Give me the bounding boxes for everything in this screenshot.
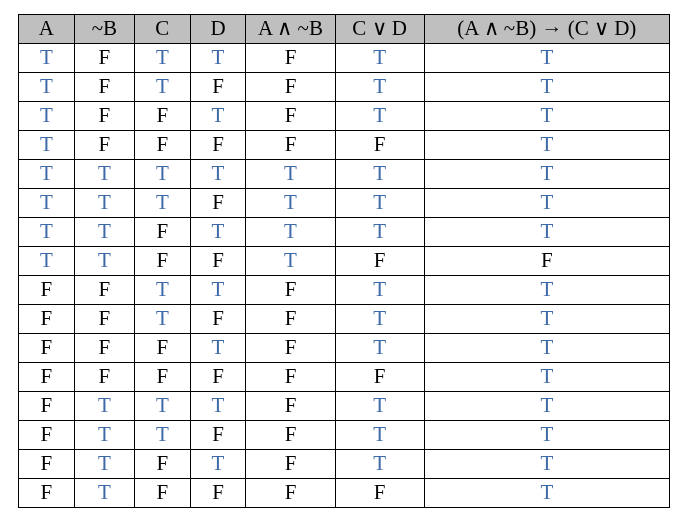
table-cell: F (246, 73, 335, 102)
table-row: FTTTFTT (19, 392, 670, 421)
table-cell: T (424, 392, 669, 421)
truth-table: A ~B C D A ∧ ~B C ∨ D (A ∧ ~B) → (C ∨ D)… (18, 14, 670, 508)
table-cell: T (424, 218, 669, 247)
table-cell: T (74, 218, 134, 247)
table-cell: T (335, 189, 424, 218)
table-cell: F (134, 102, 190, 131)
table-cell: F (246, 334, 335, 363)
table-row: TTFTTTT (19, 218, 670, 247)
table-cell: F (19, 392, 75, 421)
table-cell: F (134, 450, 190, 479)
table-cell: F (74, 305, 134, 334)
table-cell: T (424, 363, 669, 392)
table-cell: T (19, 102, 75, 131)
table-cell: F (74, 44, 134, 73)
table-cell: T (190, 450, 246, 479)
table-cell: F (134, 479, 190, 508)
table-cell: F (190, 73, 246, 102)
table-cell: T (19, 44, 75, 73)
table-cell: F (74, 73, 134, 102)
table-cell: T (19, 189, 75, 218)
table-cell: F (246, 44, 335, 73)
table-cell: T (190, 218, 246, 247)
table-cell: T (134, 189, 190, 218)
table-cell: T (246, 218, 335, 247)
table-cell: T (424, 44, 669, 73)
table-cell: T (74, 392, 134, 421)
table-cell: T (424, 276, 669, 305)
table-cell: T (335, 102, 424, 131)
header-row: A ~B C D A ∧ ~B C ∨ D (A ∧ ~B) → (C ∨ D) (19, 15, 670, 44)
table-cell: F (19, 305, 75, 334)
table-cell: F (424, 247, 669, 276)
table-cell: F (246, 102, 335, 131)
table-cell: F (134, 334, 190, 363)
table-row: TFTFFTT (19, 73, 670, 102)
col-header-a-and-notb: A ∧ ~B (246, 15, 335, 44)
table-cell: T (190, 334, 246, 363)
table-cell: F (246, 392, 335, 421)
table-row: FTFFFFT (19, 479, 670, 508)
table-cell: F (74, 276, 134, 305)
table-cell: T (335, 276, 424, 305)
table-cell: T (424, 421, 669, 450)
table-cell: F (74, 334, 134, 363)
table-cell: T (424, 160, 669, 189)
table-cell: T (19, 73, 75, 102)
table-cell: F (190, 479, 246, 508)
table-row: TTTFTTT (19, 189, 670, 218)
table-cell: F (134, 247, 190, 276)
table-row: TFTTFTT (19, 44, 670, 73)
table-cell: F (19, 450, 75, 479)
table-cell: T (74, 479, 134, 508)
table-cell: F (335, 247, 424, 276)
table-cell: T (19, 247, 75, 276)
table-row: TFFFFFT (19, 131, 670, 160)
table-cell: T (74, 160, 134, 189)
table-cell: T (190, 276, 246, 305)
table-cell: F (246, 450, 335, 479)
col-header-implication: (A ∧ ~B) → (C ∨ D) (424, 15, 669, 44)
table-cell: F (246, 363, 335, 392)
table-cell: F (74, 102, 134, 131)
table-cell: F (246, 305, 335, 334)
table-cell: T (74, 189, 134, 218)
col-header-notb: ~B (74, 15, 134, 44)
table-cell: F (246, 479, 335, 508)
table-cell: T (19, 160, 75, 189)
table-cell: T (335, 392, 424, 421)
table-cell: F (190, 131, 246, 160)
table-cell: F (335, 131, 424, 160)
table-cell: F (134, 131, 190, 160)
table-cell: F (134, 363, 190, 392)
table-cell: T (134, 392, 190, 421)
table-cell: F (134, 218, 190, 247)
table-row: TTTTTTT (19, 160, 670, 189)
truth-table-page: A ~B C D A ∧ ~B C ∨ D (A ∧ ~B) → (C ∨ D)… (0, 0, 688, 514)
table-cell: T (424, 102, 669, 131)
table-head: A ~B C D A ∧ ~B C ∨ D (A ∧ ~B) → (C ∨ D) (19, 15, 670, 44)
table-cell: F (190, 421, 246, 450)
table-cell: T (74, 247, 134, 276)
table-cell: T (190, 102, 246, 131)
col-header-d: D (190, 15, 246, 44)
table-cell: T (335, 44, 424, 73)
table-cell: T (424, 305, 669, 334)
col-header-c-or-d: C ∨ D (335, 15, 424, 44)
table-cell: T (335, 334, 424, 363)
table-cell: T (335, 450, 424, 479)
table-row: FFTFFTT (19, 305, 670, 334)
table-cell: T (424, 131, 669, 160)
table-cell: F (19, 276, 75, 305)
table-cell: T (19, 131, 75, 160)
table-row: TFFTFTT (19, 102, 670, 131)
col-header-a: A (19, 15, 75, 44)
table-cell: T (134, 276, 190, 305)
table-cell: F (335, 363, 424, 392)
table-row: FFTTFTT (19, 276, 670, 305)
table-cell: T (335, 218, 424, 247)
table-cell: T (134, 44, 190, 73)
table-row: FFFTFTT (19, 334, 670, 363)
table-cell: F (19, 363, 75, 392)
table-cell: F (246, 421, 335, 450)
